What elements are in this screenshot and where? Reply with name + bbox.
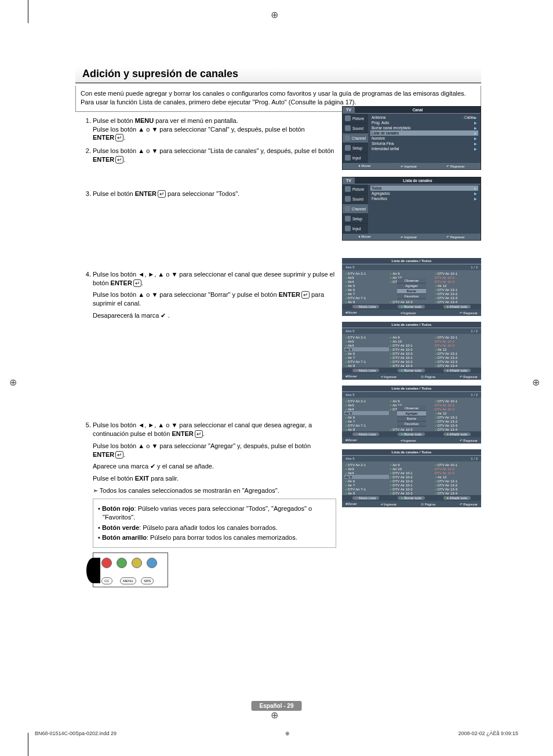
reg-mark (285, 730, 290, 736)
note: Todos los canales seleccionados se mostr… (93, 486, 336, 495)
osd-canal: TVCanal PictureSoundChannelSetupInput An… (342, 106, 481, 170)
reg-mark (532, 377, 544, 388)
enter-icon (157, 190, 166, 197)
chlist-1: Lista de canales / TodosAire 51 / 2DTV A… (342, 258, 481, 316)
page-number: Español - 29 (252, 701, 302, 711)
enter-icon (300, 291, 310, 298)
enter-icon (194, 430, 203, 437)
remote-figure: CC MENU SRS (93, 553, 168, 587)
reg-mark (9, 377, 21, 388)
green-button-icon (117, 558, 127, 568)
yellow-button-icon (132, 558, 142, 568)
page-title: Adición y supresión de canales (75, 67, 481, 83)
color-button-help: Botón rojo: Púlselo varias veces para se… (93, 499, 336, 548)
print-footer: BN68-01514C-00Spa-0202.indd 29 2008-02-0… (35, 730, 518, 736)
reg-mark (271, 9, 282, 21)
chlist-4: Lista de canales / TodosAire 51 / 2DTV A… (342, 449, 481, 507)
chlist-2: Lista de canales / TodosAire 51 / 2DTV A… (342, 322, 481, 380)
blue-button-icon (147, 558, 157, 568)
enter-icon (114, 451, 123, 458)
red-button-icon (101, 558, 112, 568)
enter-icon (114, 156, 123, 163)
enter-icon (132, 279, 141, 286)
osd-lista: TVLista de canales PictureSoundChannelSe… (342, 177, 481, 241)
reg-mark (271, 710, 282, 721)
chlist-3: Lista de canales / TodosAire 51 / 2DTV A… (342, 386, 481, 444)
enter-icon (114, 134, 123, 141)
